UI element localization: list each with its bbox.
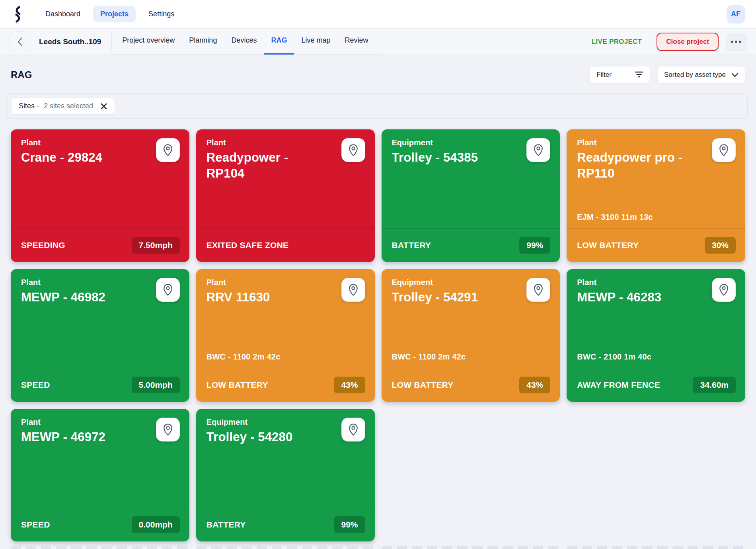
more-options-button[interactable] bbox=[726, 33, 746, 51]
card-titles: Plant Crane - 29824 bbox=[21, 138, 102, 228]
asset-card[interactable]: Equipment Trolley - 54385 BATTERY 99% bbox=[382, 129, 560, 262]
map-pin-icon bbox=[162, 423, 173, 436]
tab-rag[interactable]: RAG bbox=[264, 36, 294, 55]
rag-toolbar: RAG Filter Sorted by asset type bbox=[0, 55, 756, 84]
locate-asset-button[interactable] bbox=[712, 138, 736, 162]
asset-card[interactable]: Equipment Trolley - 54280 BATTERY 99% bbox=[196, 409, 375, 541]
chevron-down-icon bbox=[731, 73, 738, 77]
card-footer: LOW BATTERY 43% bbox=[196, 368, 375, 402]
locate-asset-button[interactable] bbox=[712, 278, 736, 302]
nav-item-settings[interactable]: Settings bbox=[141, 6, 181, 22]
close-project-button[interactable]: Close project bbox=[657, 33, 719, 51]
divider bbox=[649, 35, 649, 48]
filter-button-label: Filter bbox=[596, 71, 612, 79]
card-footer: LOW BATTERY 43% bbox=[382, 368, 560, 402]
asset-card[interactable]: Plant MEWP - 46283 BWC - 2100 1m 40c AWA… bbox=[567, 269, 745, 402]
alert-label: AWAY FROM FENCE bbox=[577, 380, 660, 390]
alert-value-badge: 30% bbox=[705, 237, 736, 254]
asset-category: Equipment bbox=[392, 138, 478, 147]
asset-category: Plant bbox=[207, 138, 326, 147]
alert-label: EXITED SAFE ZONE bbox=[207, 240, 289, 250]
locate-asset-button[interactable] bbox=[341, 138, 365, 162]
page-title: RAG bbox=[11, 69, 32, 80]
asset-card[interactable]: Plant MEWP - 46972 SPEED 0.00mph bbox=[11, 409, 189, 541]
asset-card[interactable]: Plant Readypower - RP104 EXITED SAFE ZON… bbox=[196, 129, 375, 262]
card-titles: Equipment Trolley - 54385 bbox=[392, 138, 478, 228]
next-row-peek bbox=[11, 546, 745, 549]
card-titles: Plant MEWP - 46283 bbox=[577, 278, 661, 352]
card-titles: Plant MEWP - 46972 bbox=[21, 418, 105, 508]
alert-label: BATTERY bbox=[207, 520, 246, 529]
filter-button[interactable]: Filter bbox=[590, 66, 650, 84]
peek-card-top bbox=[196, 546, 375, 549]
tab-project-overview[interactable]: Project overview bbox=[115, 36, 182, 55]
map-pin-icon bbox=[162, 283, 173, 296]
asset-category: Plant bbox=[577, 278, 661, 287]
card-head: Equipment Trolley - 54291 bbox=[382, 269, 560, 352]
filter-funnel-icon bbox=[635, 71, 643, 78]
alert-value-badge: 99% bbox=[519, 237, 550, 254]
back-button[interactable] bbox=[10, 31, 30, 52]
locate-asset-button[interactable] bbox=[156, 418, 180, 442]
remove-filter-button[interactable] bbox=[100, 103, 107, 110]
locate-asset-button[interactable] bbox=[341, 418, 365, 442]
locate-asset-button[interactable] bbox=[156, 278, 180, 302]
asset-card[interactable]: Plant Readypower pro - RP110 EJM - 3100 … bbox=[567, 129, 745, 262]
alert-value-badge: 7.50mph bbox=[132, 237, 180, 254]
map-pin-icon bbox=[718, 144, 729, 156]
card-head: Plant MEWP - 46283 bbox=[567, 269, 745, 352]
card-footer: AWAY FROM FENCE 34.60m bbox=[567, 368, 745, 402]
sort-dropdown[interactable]: Sorted by asset type bbox=[657, 66, 745, 84]
card-titles: Equipment Trolley - 54291 bbox=[392, 278, 478, 352]
nav-item-dashboard[interactable]: Dashboard bbox=[38, 6, 88, 22]
sites-filter-chip[interactable]: Sites - 2 sites selected bbox=[11, 98, 115, 115]
alert-value-badge: 43% bbox=[519, 377, 550, 393]
tab-live-map[interactable]: Live map bbox=[294, 36, 337, 55]
card-head: Equipment Trolley - 54280 bbox=[196, 409, 375, 508]
asset-category: Plant bbox=[21, 278, 105, 287]
user-avatar[interactable]: AF bbox=[727, 5, 745, 23]
asset-name: Crane - 29824 bbox=[21, 150, 102, 166]
rag-cards-grid: Plant Crane - 29824 SPEEDING 7.50mph Pla… bbox=[0, 119, 756, 541]
locate-asset-button[interactable] bbox=[341, 278, 365, 302]
locate-asset-button[interactable] bbox=[526, 278, 550, 302]
asset-name: Readypower - RP104 bbox=[207, 150, 326, 181]
asset-name: Trolley - 54280 bbox=[207, 429, 293, 445]
divider bbox=[111, 33, 112, 51]
nav-item-projects[interactable]: Projects bbox=[93, 6, 136, 22]
asset-card[interactable]: Plant MEWP - 46982 SPEED 5.00mph bbox=[11, 269, 189, 402]
alert-value-badge: 0.00mph bbox=[132, 516, 180, 533]
map-pin-icon bbox=[162, 144, 173, 156]
tab-review[interactable]: Review bbox=[337, 36, 375, 55]
asset-name: Trolley - 54385 bbox=[392, 150, 478, 166]
asset-info-line: BWC - 1100 2m 42c bbox=[196, 352, 375, 368]
asset-name: RRV 11630 bbox=[207, 289, 270, 305]
asset-info-line: BWC - 1100 2m 42c bbox=[382, 352, 560, 368]
asset-category: Plant bbox=[207, 278, 270, 287]
map-pin-icon bbox=[533, 144, 544, 156]
main-nav: DashboardProjectsSettings bbox=[38, 6, 181, 22]
locate-asset-button[interactable] bbox=[526, 138, 550, 162]
tab-devices[interactable]: Devices bbox=[224, 36, 264, 55]
peek-card-top bbox=[382, 546, 560, 549]
asset-info-line: EJM - 3100 11m 13c bbox=[567, 213, 745, 228]
card-footer: EXITED SAFE ZONE bbox=[196, 229, 375, 262]
card-titles: Plant Readypower pro - RP110 bbox=[577, 138, 696, 213]
card-footer: SPEEDING 7.50mph bbox=[11, 229, 189, 262]
asset-category: Plant bbox=[21, 138, 102, 147]
alert-label: LOW BATTERY bbox=[577, 240, 639, 250]
asset-name: MEWP - 46283 bbox=[577, 289, 661, 305]
alert-label: LOW BATTERY bbox=[392, 380, 454, 390]
tab-planning[interactable]: Planning bbox=[182, 36, 224, 55]
asset-card[interactable]: Equipment Trolley - 54291 BWC - 1100 2m … bbox=[382, 269, 560, 402]
locate-asset-button[interactable] bbox=[156, 138, 180, 162]
project-title: Leeds South..109 bbox=[39, 37, 101, 46]
alert-label: BATTERY bbox=[392, 240, 431, 250]
asset-card[interactable]: Plant Crane - 29824 SPEEDING 7.50mph bbox=[11, 129, 189, 262]
asset-name: Readypower pro - RP110 bbox=[577, 150, 696, 181]
brand-logo[interactable] bbox=[11, 6, 25, 23]
asset-card[interactable]: Plant RRV 11630 BWC - 1100 2m 42c LOW BA… bbox=[196, 269, 375, 402]
chevron-left-icon bbox=[17, 37, 23, 47]
asset-name: MEWP - 46982 bbox=[21, 289, 105, 305]
asset-category: Equipment bbox=[392, 278, 478, 287]
